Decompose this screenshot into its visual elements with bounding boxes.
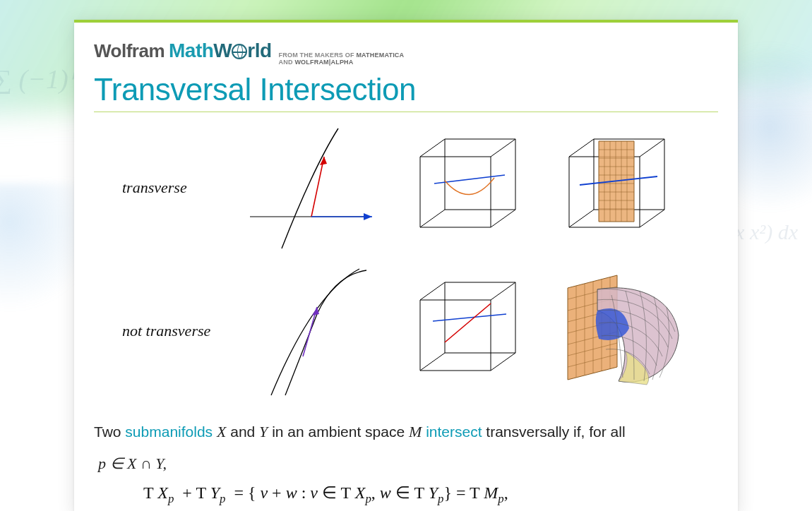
svg-line-10 <box>420 210 445 227</box>
svg-line-17 <box>569 210 594 227</box>
figure-label-transverse: transverse <box>122 178 221 198</box>
title-rule <box>94 112 718 112</box>
site-brand[interactable]: Wolfram MathWrld FROM THE MAKERS OF MATH… <box>94 40 718 66</box>
figure-grid: transverse <box>122 125 718 399</box>
var-m: M <box>409 423 422 440</box>
svg-line-39 <box>491 353 515 371</box>
svg-line-7 <box>420 139 445 157</box>
condition-line: p ∈ X ∩ Y, <box>98 455 167 472</box>
link-submanifolds[interactable]: submanifolds <box>125 423 213 440</box>
svg-line-8 <box>491 139 515 157</box>
svg-marker-34 <box>312 307 319 315</box>
figure-row-transverse: transverse <box>122 125 718 252</box>
globe-icon <box>232 44 247 59</box>
var-x: X <box>217 423 226 440</box>
figure-row-not-transverse: not transverse <box>122 265 718 399</box>
svg-marker-6 <box>445 139 515 210</box>
svg-line-38 <box>491 282 515 300</box>
article-body: Two submanifolds X and Y in an ambient s… <box>94 417 718 479</box>
svg-marker-4 <box>364 213 372 220</box>
figure-label-not-transverse: not transverse <box>122 321 221 342</box>
content-card: Wolfram MathWrld FROM THE MAKERS OF MATH… <box>74 20 738 511</box>
brand-mathworld: MathWrld <box>169 40 272 62</box>
svg-line-41 <box>433 314 506 321</box>
figure-3d-plane-transverse <box>555 128 679 248</box>
svg-line-14 <box>569 139 594 157</box>
svg-line-37 <box>420 282 445 300</box>
body-text-1: Two <box>94 423 125 440</box>
figure-3d-surfaces-not-transverse <box>555 268 686 395</box>
svg-marker-36 <box>445 282 515 353</box>
svg-line-40 <box>420 353 445 371</box>
var-y: Y <box>259 423 268 440</box>
svg-line-9 <box>491 210 515 227</box>
svg-line-16 <box>640 210 664 227</box>
svg-marker-35 <box>420 300 491 371</box>
figure-3d-lines-not-transverse <box>406 272 530 392</box>
svg-line-15 <box>640 139 664 157</box>
page-title: Transversal Intersection <box>94 72 718 107</box>
link-intersect[interactable]: intersect <box>426 423 482 440</box>
equation-display: T Xp + T Yp = { v + w : v ∈ T Xp, w ∈ T … <box>143 483 718 503</box>
figure-2d-transverse <box>246 125 381 252</box>
figure-2d-not-transverse <box>246 265 381 399</box>
brand-tagline: FROM THE MAKERS OF MATHEMATICA AND WOLFR… <box>279 52 405 66</box>
figure-3d-curve-transverse <box>406 128 530 248</box>
svg-marker-5 <box>420 157 491 227</box>
brand-wolfram: Wolfram <box>94 40 165 62</box>
svg-line-42 <box>445 303 491 342</box>
